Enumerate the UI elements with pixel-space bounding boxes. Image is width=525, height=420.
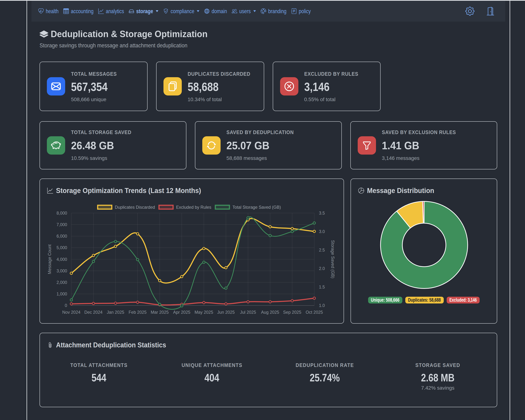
attachment-value: 2.68 MB <box>381 372 494 384</box>
y-axis-tick-label: 1,000 <box>56 292 67 296</box>
page-subtitle: Storage savings through message and atta… <box>39 41 497 50</box>
caret-down-icon <box>156 10 158 12</box>
data-point <box>269 226 271 228</box>
door-open-icon[interactable] <box>486 7 495 15</box>
nav-item-label: compliance <box>171 8 194 15</box>
nav-item-compliance[interactable]: compliance <box>161 5 202 18</box>
data-point <box>136 233 139 235</box>
nav-item-analytics[interactable]: analytics <box>96 5 126 18</box>
attachment-value: 25.74% <box>268 372 381 384</box>
trend-chart-card: Storage Optimization Trends (Last 12 Mon… <box>39 179 344 324</box>
x-axis-tick-label: Dec 2024 <box>84 310 103 315</box>
stat-sub: 0.55% of total <box>304 96 358 103</box>
attachment-col-unique-attachments: UNIQUE ATTACHMENTS404 <box>155 362 268 392</box>
attachment-sub: 7.42% savings <box>381 384 494 392</box>
attachment-stats-card: Attachment Deduplication Statistics TOTA… <box>39 333 497 407</box>
stat-label: SAVED BY DEDUPLICATION <box>226 129 294 136</box>
stat-label: TOTAL STORAGE SAVED <box>71 129 131 136</box>
x-axis-tick-label: Mar 2025 <box>151 310 169 315</box>
data-point <box>70 299 73 301</box>
data-point <box>291 300 293 302</box>
nav-item-label: users <box>239 8 251 15</box>
right-axis-tick-label: 1.5 <box>319 284 325 289</box>
nav-item-users[interactable]: users <box>229 5 258 18</box>
stat-card-excluded-by-rules: EXCLUDED BY RULES3,1460.55% of total <box>273 62 381 111</box>
attachment-label: DEDUPLICATION RATE <box>268 362 381 368</box>
data-point <box>247 217 249 219</box>
stat-card-total-storage-saved: TOTAL STORAGE SAVED26.48 GB10.59% saving… <box>39 121 186 169</box>
nav-item-label: policy <box>299 8 311 15</box>
right-axis-tick-label: 2.0 <box>319 266 325 271</box>
data-point <box>70 303 73 305</box>
heart-pulse-icon <box>38 9 44 14</box>
y-axis-tick-label: 2,000 <box>56 280 67 285</box>
y-axis-tick-label: 7,000 <box>56 222 67 227</box>
envelope-icon <box>47 77 65 95</box>
gear-icon[interactable] <box>465 7 475 16</box>
nav-item-label: storage <box>136 8 153 15</box>
stat-text: DUPLICATES DISCARDED58,68810.34% of tota… <box>188 62 251 111</box>
donut-badge-yellow: Duplicates: 58,688 <box>405 297 444 303</box>
stat-label: SAVED BY EXCLUSION RULES <box>382 129 456 136</box>
attachment-row: Attachment Deduplication Statistics TOTA… <box>39 333 497 407</box>
attachment-col-storage-saved: STORAGE SAVED2.68 MB7.42% savings <box>381 362 494 392</box>
navbar: healthaccountinganalyticsstoragecomplian… <box>31 1 505 22</box>
nav-item-health[interactable]: health <box>36 5 61 18</box>
attachment-value: 544 <box>42 372 155 384</box>
data-point <box>92 302 95 305</box>
nav-item-storage[interactable]: storage <box>126 5 160 18</box>
arrow-repeat-icon <box>202 136 221 155</box>
people-icon <box>232 9 237 14</box>
data-point <box>225 303 227 305</box>
data-point <box>136 301 139 303</box>
data-point <box>180 305 183 307</box>
series-line-total-storage-saved-gb- <box>71 217 314 309</box>
data-point <box>269 301 271 303</box>
x-axis-tick-label: Oct 2025 <box>306 310 323 315</box>
graph-up-icon <box>98 9 104 14</box>
y-axis-tick-label: 3,000 <box>56 268 67 273</box>
series-line-duplicates-discarded <box>71 219 314 283</box>
right-axis-title: Storage Saved (GB) <box>330 240 335 278</box>
y-axis-tick-label: 4,000 <box>56 257 67 262</box>
nav-item-branding[interactable]: branding <box>258 5 289 18</box>
stat-cards-row1: TOTAL MESSAGES567,354508,666 uniqueDUPLI… <box>39 62 497 111</box>
data-point <box>269 234 271 237</box>
right-axis-tick-label: 1.0 <box>319 303 325 308</box>
x-circle-icon <box>280 77 298 95</box>
shield-check-icon <box>163 9 169 14</box>
data-point <box>180 275 183 278</box>
stat-value: 567,354 <box>71 80 117 94</box>
nav-item-label: branding <box>268 8 286 15</box>
attachment-stats-title: Attachment Deduplication Statistics <box>47 341 489 349</box>
stat-card-total-messages: TOTAL MESSAGES567,354508,666 unique <box>39 62 148 111</box>
stat-sub: 3,146 messages <box>382 154 456 162</box>
y-axis-tick-label: 5,000 <box>56 245 67 250</box>
nav-item-label: domain <box>212 8 227 15</box>
navbar-items: healthaccountinganalyticsstoragecomplian… <box>36 5 465 18</box>
data-point <box>313 230 315 232</box>
data-point <box>203 261 205 264</box>
donut-chart-card: Message Distribution Unique: 508,666Dupl… <box>351 179 497 324</box>
nav-item-policy[interactable]: policy <box>289 5 313 18</box>
nav-item-label: accounting <box>71 8 94 15</box>
x-axis-tick-label: Nov 2024 <box>62 310 80 315</box>
attachment-value: 404 <box>155 372 268 384</box>
legend-label: Duplicates Discarded <box>115 205 155 210</box>
attachment-label: STORAGE SAVED <box>381 362 494 368</box>
stat-value: 1.41 GB <box>382 139 456 152</box>
nav-item-domain[interactable]: domain <box>202 5 229 18</box>
legend-swatch <box>98 205 112 209</box>
attachment-columns: TOTAL ATTACHMENTS544UNIQUE ATTACHMENTS40… <box>42 362 494 392</box>
stat-sub: 508,666 unique <box>71 96 117 103</box>
stat-label: EXCLUDED BY RULES <box>304 71 358 77</box>
copy-icon <box>163 77 182 95</box>
data-point <box>203 301 205 304</box>
donut-badge-red: Excluded: 3,146 <box>447 297 480 303</box>
table-icon <box>63 9 69 14</box>
data-point <box>291 227 293 230</box>
nav-item-accounting[interactable]: accounting <box>61 5 96 18</box>
stat-sub: 10.34% of total <box>188 96 251 103</box>
data-point <box>291 230 293 233</box>
data-point <box>313 222 315 224</box>
